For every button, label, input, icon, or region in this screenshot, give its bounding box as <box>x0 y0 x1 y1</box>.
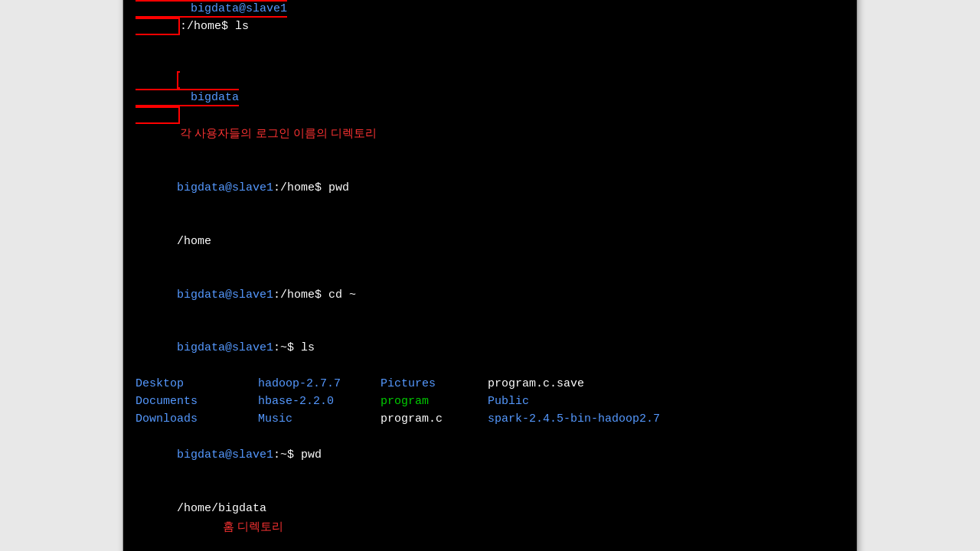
ls-program: program <box>381 393 488 410</box>
ls-hbase: hbase-2.2.0 <box>258 393 381 410</box>
ls-row-1: Desktop hadoop-2.7.7 Pictures program.c.… <box>136 375 844 393</box>
terminal-window: $_ bigdata@slave1: ~ bigdata@slave1 :/ho… <box>122 0 858 551</box>
ls-row-2: Documents hbase-2.2.0 program Public <box>136 393 844 410</box>
annotation-home-dir: 홈 디렉토리 <box>223 520 283 533</box>
ls-spark: spark-2.4.5-bin-hadoop2.7 <box>488 410 660 428</box>
ls-public: Public <box>488 393 529 410</box>
ls-programcsave: program.c.save <box>488 375 584 393</box>
ls-documents: Documents <box>136 393 258 410</box>
line-ls-home: bigdata@slave1 :/home$ ls <box>136 0 844 53</box>
line-home-bigdata: /home/bigdata 홈 디렉토리 <box>136 481 844 551</box>
line-pwd-tilde: bigdata@slave1:~$ pwd <box>136 429 844 482</box>
ls-downloads: Downloads <box>136 410 258 428</box>
line-home-path: /home <box>136 215 844 269</box>
ls-hadoop: hadoop-2.7.7 <box>258 375 381 393</box>
ls-pictures: Pictures <box>381 375 488 393</box>
line-ls-tilde: bigdata@slave1:~$ ls <box>136 321 844 375</box>
prompt-ls-home: bigdata@slave1 <box>191 2 287 15</box>
annotation-login-dir: 각 사용자들의 로그인 이름의 디렉토리 <box>177 126 377 139</box>
line-cd-home: bigdata@slave1:/home$ cd ~ <box>136 268 844 321</box>
ls-programc: program.c <box>381 410 488 428</box>
ls-desktop: Desktop <box>136 375 258 393</box>
line-annotation1: bigdata 각 사용자들의 로그인 이름의 디렉토리 <box>136 53 844 161</box>
ls-music: Music <box>258 410 381 428</box>
terminal-body[interactable]: bigdata@slave1 :/home$ ls bigdata 각 사용자들… <box>123 0 857 551</box>
ls-row-3: Downloads Music program.c spark-2.4.5-bi… <box>136 410 844 428</box>
line-pwd-home: bigdata@slave1:/home$ pwd <box>136 161 844 215</box>
